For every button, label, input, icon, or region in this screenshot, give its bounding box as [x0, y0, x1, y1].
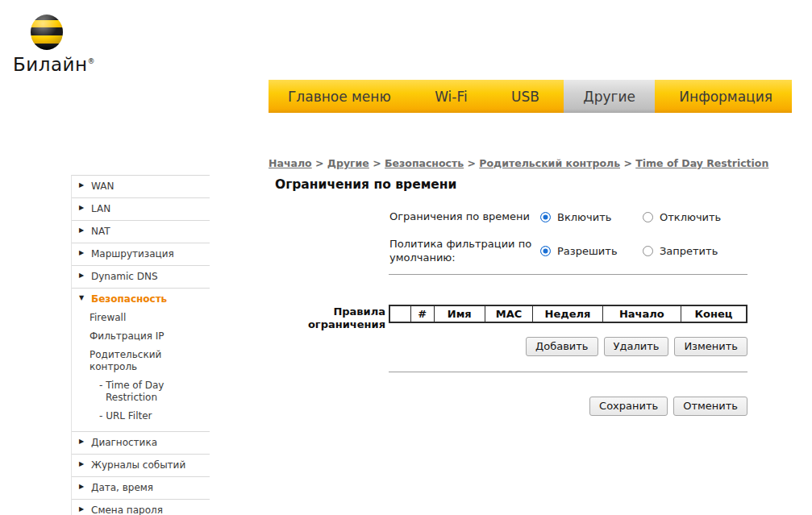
sidebar-group-change-password: ▶Смена пароля [72, 500, 210, 515]
triangle-right-icon: ▶ [79, 226, 84, 235]
sidebar-item-event-logs[interactable]: ▶Журналы событий [72, 455, 210, 476]
sidebar-item-label: Диагностика [91, 437, 157, 448]
triangle-right-icon: ▶ [79, 505, 84, 513]
sidebar-item-routing[interactable]: ▶Маршрутизация [72, 243, 210, 265]
add-button[interactable]: Добавить [526, 337, 598, 356]
form-row-1-option-1[interactable]: Запретить [643, 245, 718, 257]
breadcrumb: Начало > Другие > Безопасность > Родител… [269, 157, 768, 169]
sidebar-item-change-password[interactable]: ▶Смена пароля [72, 500, 210, 515]
breadcrumb-link-others[interactable]: Другие [327, 157, 369, 169]
form-row-0: Ограничения по времениВключитьОтключить [389, 204, 748, 231]
radio-option-label: Отключить [660, 211, 721, 223]
sidebar-group-diagnostics: ▶Диагностика [72, 432, 210, 455]
sidebar-item-nat[interactable]: ▶NAT [72, 221, 210, 243]
divider [389, 372, 747, 372]
form-actions: СохранитьОтменить [389, 397, 747, 416]
radio-option-label: Запретить [660, 245, 718, 257]
edit-button[interactable]: Изменить [674, 337, 747, 356]
page-title: Ограничения по времени [275, 177, 456, 192]
form-row-1: Политика фильтрации по умолчанию:Разреши… [389, 238, 748, 265]
rules-col-select [389, 305, 411, 322]
form-row-1-option-0[interactable]: Разрешить [540, 245, 643, 257]
sidebar-item-security[interactable]: ▼Безопасность [72, 289, 210, 310]
sidebar-item-firewall[interactable]: Firewall [72, 310, 210, 329]
rules-buttons: ДобавитьУдалитьИзменить [389, 337, 747, 356]
sidebar-item-label: Дата, время [91, 482, 153, 493]
beeline-sphere-icon [31, 15, 63, 50]
sidebar-menu: ▶WAN▶LAN▶NAT▶Маршрутизация▶Dynamic DNS▼Б… [71, 175, 210, 515]
sidebar-group-security: ▼БезопасностьFirewallФильтрация IPРодите… [72, 289, 210, 432]
sidebar-item-lan[interactable]: ▶LAN [72, 198, 210, 220]
sidebar-item-date-time[interactable]: ▶Дата, время [72, 477, 210, 499]
triangle-right-icon: ▶ [79, 249, 84, 257]
nav-bar: Главное менюWi-FiUSBДругиеИнформация [269, 80, 792, 113]
breadcrumb-separator: > [369, 157, 385, 169]
nav-tab-wifi[interactable]: Wi-Fi [415, 80, 487, 113]
nav-tab-information[interactable]: Информация [660, 80, 792, 113]
rules-col-week: Неделя [533, 305, 603, 322]
sidebar-item-label: Dynamic DNS [91, 271, 158, 282]
breadcrumb-link-home[interactable]: Начало [269, 157, 312, 169]
sidebar-item-label: Смена пароля [91, 505, 163, 515]
breadcrumb-link-parental-control[interactable]: Родительский контроль [479, 157, 620, 169]
breadcrumb-separator: > [464, 157, 479, 169]
sidebar-item-label: LAN [91, 203, 110, 214]
sidebar-item-dynamic-dns[interactable]: ▶Dynamic DNS [72, 266, 210, 288]
sidebar-item-time-of-day-restriction[interactable]: - Time of Day Restriction [72, 378, 210, 409]
radio-option-label: Включить [557, 211, 611, 223]
breadcrumb-link-security[interactable]: Безопасность [385, 157, 464, 169]
form-row-0-option-0[interactable]: Включить [540, 211, 643, 223]
sidebar-item-label: Журналы событий [91, 459, 185, 471]
rules-table: #ИмяMACНеделяНачалоКонец [389, 305, 747, 323]
nav-tab-others[interactable]: Другие [564, 80, 655, 113]
registered-mark: ® [88, 57, 96, 65]
sidebar-children-security: FirewallФильтрация IPРодительский контро… [72, 310, 210, 431]
sidebar-group-routing: ▶Маршрутизация [72, 243, 210, 266]
brand-name: Билайн® [13, 54, 110, 75]
rules-table-header-row: #ИмяMACНеделяНачалоКонец [389, 305, 747, 322]
breadcrumb-separator: > [312, 157, 327, 169]
sidebar-item-url-filter[interactable]: - URL Filter [72, 409, 210, 427]
brand-logo: Билайн® [13, 15, 110, 75]
sidebar-group-wan: ▶WAN [72, 176, 210, 198]
sidebar-item-label: Маршрутизация [91, 248, 174, 260]
sidebar-group-lan: ▶LAN [72, 198, 210, 221]
delete-button[interactable]: Удалить [604, 337, 669, 356]
form-row-0-label: Ограничения по времени [389, 210, 540, 224]
rules-col-end: Конец [681, 305, 747, 322]
rules-col-start: Начало [602, 305, 681, 322]
radio-unselected-icon [643, 212, 653, 222]
sidebar-item-ip-filter[interactable]: Фильтрация IP [72, 329, 210, 347]
sidebar-item-parental-control[interactable]: Родительский контроль [72, 347, 210, 378]
form-row-0-option-1[interactable]: Отключить [643, 211, 721, 223]
sidebar-item-label: NAT [91, 226, 110, 237]
sidebar-item-diagnostics[interactable]: ▶Диагностика [72, 432, 210, 454]
sidebar-group-event-logs: ▶Журналы событий [72, 455, 210, 477]
breadcrumb-link-time-of-day-restriction[interactable]: Time of Day Restriction [635, 157, 768, 169]
cancel-button[interactable]: Отменить [673, 397, 747, 416]
sidebar-item-wan[interactable]: ▶WAN [72, 176, 210, 197]
radio-option-label: Разрешить [557, 245, 618, 257]
triangle-right-icon: ▶ [79, 438, 84, 446]
radio-unselected-icon [643, 246, 653, 256]
triangle-right-icon: ▶ [79, 460, 84, 468]
divider [389, 274, 747, 275]
nav-tab-usb[interactable]: USB [492, 80, 559, 113]
settings-form: Ограничения по времениВключитьОтключитьП… [389, 204, 748, 272]
save-button[interactable]: Сохранить [589, 397, 668, 416]
sidebar-group-nat: ▶NAT [72, 221, 210, 243]
nav-tab-main-menu[interactable]: Главное меню [269, 80, 410, 113]
sidebar-group-dynamic-dns: ▶Dynamic DNS [72, 266, 210, 289]
rules-table-label: Правила ограничения [256, 305, 385, 332]
sidebar-group-date-time: ▶Дата, время [72, 477, 210, 500]
rules-col-name: Имя [434, 305, 485, 322]
radio-selected-icon [540, 212, 551, 222]
brand-text: Билайн [13, 54, 88, 75]
sidebar-item-label: WAN [91, 181, 114, 192]
sidebar-item-label: Безопасность [91, 293, 167, 305]
triangle-down-icon: ▼ [79, 294, 84, 302]
rules-col-mac: MAC [485, 305, 532, 322]
triangle-right-icon: ▶ [79, 272, 84, 280]
triangle-right-icon: ▶ [79, 181, 84, 189]
rules-col-number: # [411, 305, 435, 322]
